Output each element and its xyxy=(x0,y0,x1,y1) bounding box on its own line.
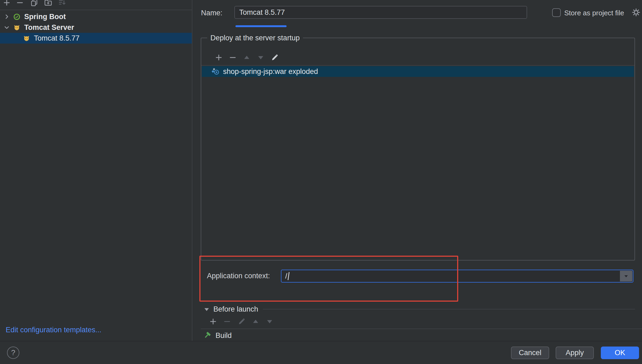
add-before-launch-task-button[interactable] xyxy=(209,317,218,326)
move-down-icon xyxy=(256,53,265,62)
tree-item-label: Tomcat Server xyxy=(24,23,74,32)
sort-icon xyxy=(58,0,66,7)
edit-configuration-templates-link[interactable]: Edit configuration templates... xyxy=(6,326,101,334)
settings-gear-icon[interactable] xyxy=(632,8,641,17)
combobox-dropdown-button[interactable] xyxy=(620,271,632,281)
new-folder-button[interactable] xyxy=(44,0,53,8)
apply-button[interactable]: Apply xyxy=(556,347,594,359)
move-task-up-button[interactable] xyxy=(251,317,260,326)
name-input[interactable] xyxy=(234,6,527,19)
tomcat-icon xyxy=(23,34,30,42)
remove-icon xyxy=(16,0,24,7)
spring-boot-icon xyxy=(13,13,21,21)
text-caret xyxy=(287,272,289,280)
store-as-project-file-checkbox[interactable] xyxy=(552,8,561,17)
run-debug-configurations-dialog: Spring Boot Tomcat Server Tomcat 8.5.77 … xyxy=(0,0,642,364)
move-down-button[interactable] xyxy=(256,53,265,62)
edit-deployment-button[interactable] xyxy=(270,53,279,62)
edit-pencil-icon xyxy=(270,53,279,62)
copy-configuration-button[interactable] xyxy=(30,0,39,8)
tree-item-spring-boot[interactable]: Spring Boot xyxy=(0,11,192,22)
move-up-button[interactable] xyxy=(242,53,251,62)
chevron-right-icon[interactable] xyxy=(3,13,10,20)
sort-configurations-button[interactable] xyxy=(58,0,67,8)
tree-item-label: Spring Boot xyxy=(24,13,66,21)
active-tab-indicator xyxy=(235,25,287,27)
deployment-list-item[interactable]: shop-spring-jsp:war exploded xyxy=(202,66,634,77)
add-configuration-button[interactable] xyxy=(2,0,11,8)
copy-icon xyxy=(30,0,38,7)
section-divider xyxy=(263,309,635,309)
store-as-project-file-label[interactable]: Store as project file xyxy=(564,9,624,17)
dropdown-arrow-icon xyxy=(622,272,630,280)
new-folder-icon xyxy=(44,0,52,7)
before-launch-title: Before launch xyxy=(213,305,258,313)
before-launch-item-label: Build xyxy=(216,331,232,340)
sidebar-toolbar xyxy=(0,0,192,10)
web-artifact-icon xyxy=(211,67,220,76)
dialog-footer: ? Cancel Apply OK xyxy=(0,341,642,364)
tree-item-tomcat-8-5-77[interactable]: Tomcat 8.5.77 xyxy=(0,33,192,44)
add-icon xyxy=(214,53,223,62)
move-up-icon xyxy=(242,53,251,62)
cancel-button[interactable]: Cancel xyxy=(511,347,549,359)
toolbar-separator xyxy=(201,65,634,66)
add-icon xyxy=(2,0,11,7)
move-up-icon xyxy=(251,317,260,326)
application-context-value: / xyxy=(285,272,287,280)
application-context-label: Application context: xyxy=(207,272,270,280)
toolbar-separator xyxy=(201,329,642,329)
configurations-sidebar: Spring Boot Tomcat Server Tomcat 8.5.77 … xyxy=(0,0,192,341)
edit-pencil-icon xyxy=(237,317,246,326)
application-context-combobox[interactable]: / xyxy=(281,270,633,283)
tree-item-label: Tomcat 8.5.77 xyxy=(34,34,80,42)
chevron-down-icon[interactable] xyxy=(3,24,10,31)
remove-configuration-button[interactable] xyxy=(15,0,24,8)
before-launch-collapse-icon[interactable] xyxy=(203,306,210,313)
deploy-group: Deploy at the server startup shop-spring… xyxy=(201,38,635,260)
remove-deployment-button[interactable] xyxy=(228,53,237,62)
add-icon xyxy=(209,317,217,326)
deployment-item-label: shop-spring-jsp:war exploded xyxy=(223,67,318,76)
name-label: Name: xyxy=(201,9,223,17)
move-task-down-button[interactable] xyxy=(265,317,274,326)
configuration-editor: Name: Store as project file Deploy at th… xyxy=(192,0,642,341)
remove-before-launch-task-button[interactable] xyxy=(223,317,232,326)
move-down-icon xyxy=(265,317,274,326)
before-launch-item-build[interactable]: Build xyxy=(201,330,642,341)
help-button[interactable]: ? xyxy=(7,347,19,359)
tree-item-tomcat-server[interactable]: Tomcat Server xyxy=(0,22,192,33)
add-deployment-button[interactable] xyxy=(214,53,223,62)
remove-icon xyxy=(223,317,231,326)
remove-icon xyxy=(228,53,237,62)
build-hammer-icon xyxy=(203,331,212,340)
deploy-group-title: Deploy at the server startup xyxy=(207,33,303,43)
tomcat-icon xyxy=(13,24,21,31)
ok-button[interactable]: OK xyxy=(601,347,639,359)
edit-before-launch-task-button[interactable] xyxy=(237,317,246,326)
